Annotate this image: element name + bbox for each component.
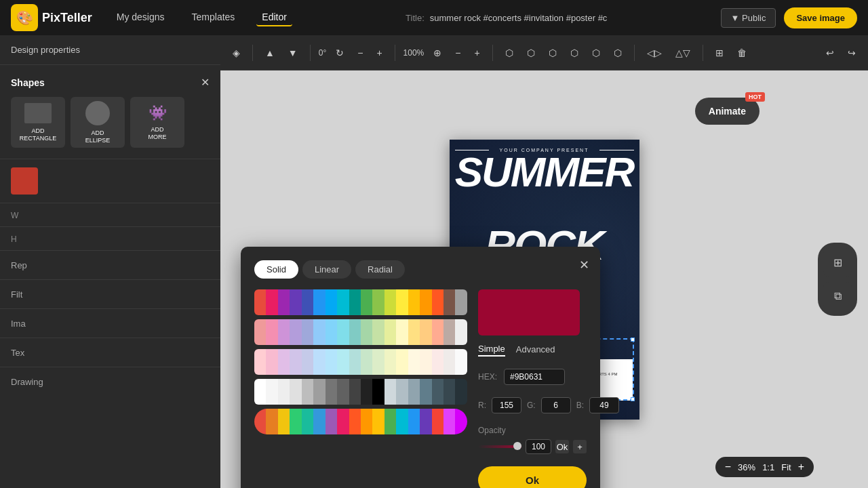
swatch[interactable] — [266, 349, 277, 375]
swatch[interactable] — [372, 349, 384, 375]
swatch[interactable] — [372, 319, 384, 345]
redo-button[interactable]: ↪ — [844, 45, 860, 61]
swatch[interactable] — [432, 349, 443, 375]
swatch[interactable] — [349, 349, 361, 375]
swatch[interactable] — [337, 289, 349, 315]
copy-canvas-quick-button[interactable]: ⧉ — [823, 282, 852, 310]
advanced-tab[interactable]: Advanced — [516, 342, 555, 357]
swatch[interactable] — [313, 379, 325, 405]
swatch[interactable] — [455, 319, 467, 345]
swatch[interactable] — [384, 319, 396, 345]
plus-zoom-button[interactable]: + — [470, 45, 484, 61]
swatch[interactable] — [337, 409, 349, 434]
swatch[interactable] — [408, 409, 420, 434]
swatch[interactable] — [302, 409, 313, 434]
flip-h-button[interactable]: ◁▷ — [643, 45, 666, 61]
add-rectangle-button[interactable]: ADDRECTANGLE — [11, 97, 65, 148]
swatch[interactable] — [455, 379, 467, 405]
swatch[interactable] — [361, 379, 372, 405]
swatch[interactable] — [266, 409, 277, 434]
swatch[interactable] — [384, 349, 396, 375]
swatch[interactable] — [290, 409, 301, 434]
opacity-minus-button[interactable]: Ok — [555, 440, 569, 453]
swatch[interactable] — [420, 379, 431, 405]
zoom-icon-button[interactable]: ⊕ — [429, 45, 446, 61]
radial-tab[interactable]: Radial — [355, 260, 405, 279]
swatch[interactable] — [254, 349, 266, 375]
swatch[interactable] — [290, 319, 301, 345]
move-down-button[interactable]: ▼ — [284, 45, 302, 61]
opacity-input[interactable] — [526, 439, 551, 454]
nav-editor[interactable]: Editor — [256, 9, 292, 26]
swatch[interactable] — [432, 319, 443, 345]
swatch[interactable] — [420, 289, 431, 315]
swatch[interactable] — [443, 319, 455, 345]
add-canvas-button[interactable]: ⊞ — [711, 45, 728, 61]
align-left-button[interactable]: ⬡ — [501, 45, 517, 61]
swatch[interactable] — [278, 349, 290, 375]
swatch[interactable] — [455, 409, 467, 434]
align-center-button[interactable]: ⬡ — [523, 45, 539, 61]
move-up-button[interactable]: ▲ — [261, 45, 279, 61]
swatch[interactable] — [302, 319, 313, 345]
simple-tab[interactable]: Simple — [478, 342, 505, 357]
logo[interactable]: 🎨 PixTeller — [11, 4, 92, 31]
swatch[interactable] — [313, 319, 325, 345]
r-input[interactable] — [492, 397, 521, 413]
add-canvas-quick-button[interactable]: ⊞ — [823, 248, 852, 277]
swatch[interactable] — [432, 409, 443, 434]
zoom-out-button[interactable]: − — [725, 461, 731, 473]
swatch[interactable] — [420, 349, 431, 375]
swatch[interactable] — [326, 409, 337, 434]
add-ellipse-button[interactable]: ADDELLIPSE — [71, 97, 125, 148]
swatch[interactable] — [302, 379, 313, 405]
swatch[interactable] — [396, 319, 408, 345]
swatch[interactable] — [408, 349, 420, 375]
swatch[interactable] — [349, 319, 361, 345]
undo-button[interactable]: ↩ — [822, 45, 838, 61]
nav-my-designs[interactable]: My designs — [111, 9, 170, 26]
swatch[interactable] — [349, 379, 361, 405]
swatch[interactable] — [313, 409, 325, 434]
align-right-button[interactable]: ⬡ — [545, 45, 561, 61]
swatch[interactable] — [290, 379, 301, 405]
swatch[interactable] — [349, 409, 361, 434]
ok-button[interactable]: Ok — [478, 466, 587, 488]
swatch[interactable] — [337, 379, 349, 405]
swatch[interactable] — [313, 349, 325, 375]
swatch[interactable] — [254, 319, 266, 345]
swatch[interactable] — [266, 379, 277, 405]
zoom-fit[interactable]: Fit — [781, 462, 791, 472]
swatch[interactable] — [372, 379, 384, 405]
swatch[interactable] — [420, 319, 431, 345]
swatch[interactable] — [337, 349, 349, 375]
swatch[interactable] — [337, 319, 349, 345]
swatch[interactable] — [432, 289, 443, 315]
swatch[interactable] — [361, 349, 372, 375]
zoom-in-button[interactable]: + — [798, 461, 804, 473]
swatch[interactable] — [455, 289, 467, 315]
opacity-plus-button[interactable]: + — [573, 440, 587, 453]
solid-tab[interactable]: Solid — [254, 260, 298, 279]
swatch[interactable] — [326, 379, 337, 405]
swatch[interactable] — [443, 289, 455, 315]
hex-input[interactable] — [504, 369, 565, 385]
swatch[interactable] — [278, 379, 290, 405]
swatch[interactable] — [396, 409, 408, 434]
align-middle-button[interactable]: ⬡ — [588, 45, 604, 61]
flip-v-button[interactable]: △▽ — [671, 45, 694, 61]
nav-templates[interactable]: Templates — [186, 9, 241, 26]
swatch[interactable] — [443, 379, 455, 405]
color-picker-close-button[interactable]: ✕ — [579, 258, 589, 272]
swatch[interactable] — [408, 289, 420, 315]
swatch[interactable] — [432, 379, 443, 405]
swatch[interactable] — [396, 379, 408, 405]
swatch[interactable] — [313, 289, 325, 315]
b-input[interactable] — [589, 397, 619, 413]
rotate-button[interactable]: ↻ — [332, 45, 348, 61]
g-input[interactable] — [541, 397, 571, 413]
swatch[interactable] — [408, 379, 420, 405]
sidebar-color-swatch[interactable] — [11, 167, 38, 195]
swatch[interactable] — [420, 409, 431, 434]
swatch[interactable] — [266, 319, 277, 345]
